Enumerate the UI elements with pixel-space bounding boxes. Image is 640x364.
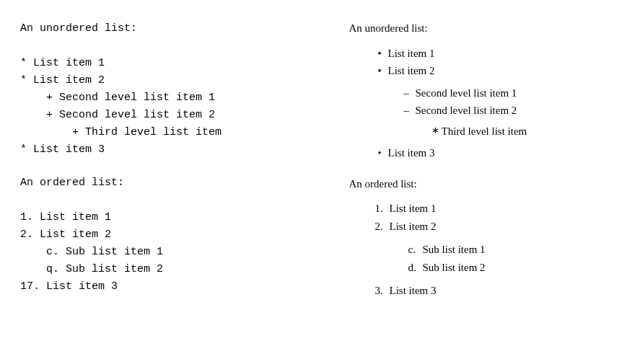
unordered-list: List item 1List item 2Second level list …	[349, 45, 626, 161]
list-marker: c.	[408, 241, 416, 258]
source-line: q. Sub list item 2	[20, 261, 306, 278]
list-item: Second level list item 1	[404, 85, 626, 102]
list-item: c.Sub list item 1	[408, 241, 626, 258]
list-item-text: List item 2	[388, 65, 435, 76]
unordered-source-heading: An unordered list:	[20, 20, 306, 37]
ordered-list-level-2: c.Sub list item 1d.Sub list item 2	[390, 241, 626, 275]
source-line: c. Sub list item 1	[20, 244, 306, 261]
source-line: * List item 2	[20, 72, 306, 89]
source-line: 1. List item 1	[20, 209, 306, 226]
list-marker: 3.	[375, 283, 383, 299]
list-item-text: List item 2	[390, 221, 437, 232]
list-item-text: List item 3	[390, 285, 437, 296]
source-line: * List item 3	[20, 141, 306, 159]
unordered-list-level-2: Second level list item 1Second level lis…	[388, 85, 626, 140]
list-item-text: Second level list item 1	[416, 87, 517, 99]
list-item-text: Second level list item 2	[416, 105, 517, 116]
source-line: + Second level list item 1	[20, 89, 306, 107]
source-line: * List item 1	[20, 55, 306, 72]
source-line: + Third level list item	[20, 124, 306, 141]
list-marker: 1.	[375, 200, 383, 217]
unordered-source-block: An unordered list: * List item 1* List i…	[20, 20, 306, 159]
ordered-rendered-heading: An ordered list:	[349, 176, 626, 192]
list-item: 2.List item 2c.Sub list item 1d.Sub list…	[375, 218, 626, 276]
list-item-text: Sub list item 1	[423, 244, 486, 255]
list-item: Second level list item 2Third level list…	[404, 102, 626, 139]
list-item: d.Sub list item 2	[408, 259, 626, 276]
list-marker: d.	[408, 259, 416, 276]
list-item: List item 1	[378, 45, 626, 62]
source-line: 17. List item 3	[20, 278, 306, 296]
list-item: 3.List item 3	[375, 283, 626, 299]
list-item-text: List item 1	[390, 203, 437, 214]
list-item: List item 2Second level list item 1Secon…	[378, 63, 626, 139]
list-item: 1.List item 1	[375, 200, 626, 217]
list-item: List item 3	[378, 145, 626, 161]
list-item-text: Third level list item	[442, 125, 527, 137]
source-line: + Second level list item 2	[20, 107, 306, 124]
ordered-source-heading: An ordered list:	[20, 174, 306, 192]
source-panel: An unordered list: * List item 1* List i…	[0, 0, 320, 364]
ordered-source-block: An ordered list: 1. List item 12. List i…	[20, 174, 306, 296]
list-item-text: List item 1	[388, 48, 435, 59]
unordered-rendered-heading: An unordered list:	[349, 20, 626, 37]
rendered-panel: An unordered list: List item 1List item …	[320, 0, 641, 364]
list-item-text: List item 3	[388, 147, 435, 159]
list-item-text: Sub list item 2	[423, 262, 486, 273]
list-marker: 2.	[375, 218, 383, 235]
unordered-list-level-3: Third level list item	[416, 123, 626, 140]
list-item: Third level list item	[431, 123, 626, 140]
ordered-list: 1.List item 12.List item 2c.Sub list ite…	[349, 200, 626, 299]
source-line: 2. List item 2	[20, 226, 306, 244]
